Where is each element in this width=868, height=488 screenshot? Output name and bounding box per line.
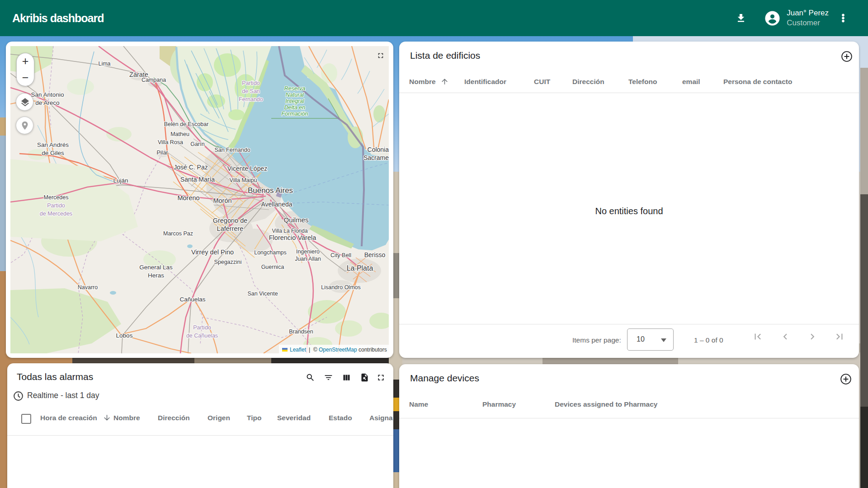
svg-text:de Cañuelas: de Cañuelas [186, 333, 218, 339]
svg-text:Delta en: Delta en [284, 104, 306, 111]
svg-text:Integral: Integral [285, 98, 305, 104]
svg-text:Villa La Florida: Villa La Florida [272, 228, 307, 234]
svg-text:Gregorio de: Gregorio de [213, 217, 248, 224]
svg-text:Villa Maipú: Villa Maipú [230, 177, 257, 183]
svg-text:San Vicente: San Vicente [247, 291, 278, 297]
svg-text:Longchamps: Longchamps [254, 249, 287, 256]
svg-text:Spegazzini: Spegazzini [214, 259, 241, 265]
svg-text:Natural: Natural [286, 92, 305, 98]
svg-text:Fernando: Fernando [239, 96, 263, 103]
svg-text:©: © [313, 347, 317, 353]
svg-text:San Antonio: San Antonio [31, 91, 64, 98]
svg-text:Santa María: Santa María [180, 176, 215, 183]
svg-text:|: | [309, 347, 310, 353]
svg-text:Reserva: Reserva [284, 85, 306, 92]
svg-text:La Plata: La Plata [347, 264, 373, 272]
svg-text:de San: de San [242, 88, 260, 94]
svg-text:Formación: Formación [281, 111, 308, 117]
svg-text:Lisandro Olmos: Lisandro Olmos [321, 284, 361, 291]
svg-text:de Giles: de Giles [42, 150, 64, 156]
svg-text:City Bell: City Bell [330, 252, 351, 258]
svg-text:Mercedes: Mercedes [44, 194, 69, 201]
svg-text:Virrey del Pino: Virrey del Pino [191, 249, 234, 256]
svg-text:Pilar: Pilar [156, 150, 168, 156]
svg-text:Moreno: Moreno [177, 194, 199, 202]
svg-text:Heras: Heras [148, 272, 164, 279]
svg-text:Campana: Campana [142, 77, 166, 83]
svg-text:Ingeniero: Ingeniero [296, 249, 320, 255]
svg-text:Juan Allan: Juan Allan [295, 256, 321, 262]
svg-text:Belén de Escobar: Belén de Escobar [164, 121, 209, 127]
svg-text:Luján: Luján [113, 177, 128, 184]
svg-text:Leaflet: Leaflet [290, 347, 307, 353]
svg-text:de Areco: de Areco [35, 99, 59, 106]
svg-text:Laferrere: Laferrere [217, 225, 244, 232]
svg-text:Lobos: Lobos [116, 332, 133, 339]
svg-text:Villa Rosa: Villa Rosa [158, 139, 183, 145]
svg-text:Matheu: Matheu [170, 131, 189, 137]
svg-text:Garín: Garín [190, 141, 204, 147]
svg-text:General Las: General Las [139, 264, 173, 271]
svg-text:de Mercedes: de Mercedes [40, 211, 72, 217]
svg-text:Brandsen: Brandsen [289, 328, 313, 335]
svg-text:Vicente López: Vicente López [227, 165, 267, 172]
svg-text:Cañuelas: Cañuelas [179, 296, 205, 303]
svg-text:Lima: Lima [98, 61, 110, 67]
svg-text:Florencio Varela: Florencio Varela [269, 234, 316, 241]
svg-text:Navarro: Navarro [78, 284, 98, 291]
svg-text:Partido: Partido [47, 202, 65, 209]
svg-text:Morón: Morón [213, 197, 231, 204]
svg-text:Sacrame: Sacrame [363, 154, 389, 161]
svg-text:Guernica: Guernica [261, 264, 284, 270]
svg-text:Partido: Partido [193, 324, 211, 331]
svg-text:San Fernando: San Fernando [214, 147, 250, 153]
svg-text:José C. Paz: José C. Paz [174, 164, 208, 171]
svg-text:Berisso: Berisso [364, 251, 386, 258]
svg-text:Buenos Aires: Buenos Aires [248, 186, 293, 195]
svg-text:Partido: Partido [242, 80, 260, 86]
svg-text:Quilmes: Quilmes [283, 216, 308, 224]
svg-text:Marcos Paz: Marcos Paz [163, 230, 193, 237]
svg-text:contributors: contributors [359, 347, 387, 353]
svg-text:OpenStreetMap: OpenStreetMap [319, 347, 357, 353]
svg-text:Colonia: Colonia [368, 146, 389, 153]
svg-text:San Andrés: San Andrés [37, 141, 69, 148]
svg-text:Avellaneda: Avellaneda [261, 201, 292, 208]
